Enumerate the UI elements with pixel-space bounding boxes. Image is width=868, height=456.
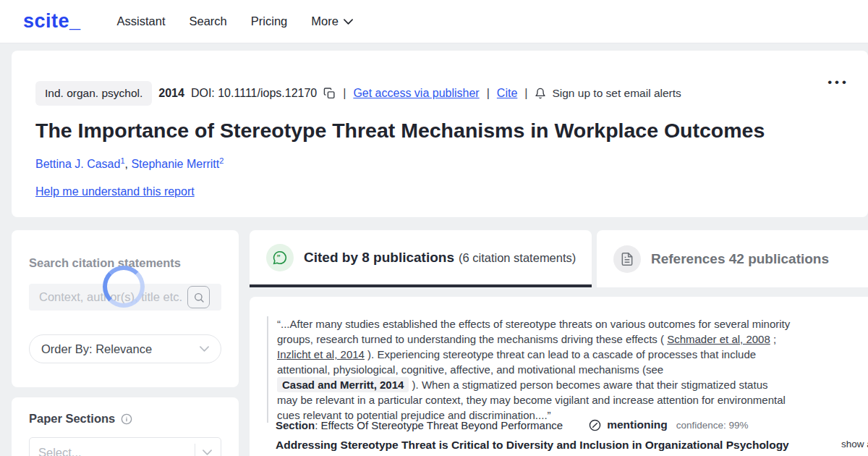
- separator: |: [342, 87, 346, 100]
- help-understand-link[interactable]: Help me understand this report: [35, 185, 195, 198]
- nav-item-search[interactable]: Search: [190, 14, 227, 28]
- scite-logo[interactable]: scite_: [23, 10, 81, 33]
- select-divider: [195, 444, 195, 456]
- bell-icon: [535, 87, 546, 100]
- section-row: Section : Effects Of Stereotype Threat B…: [276, 418, 749, 431]
- separator: |: [524, 87, 528, 100]
- author-list: Bettina J. Casad1, Stephanie Merritt2: [35, 156, 224, 171]
- journal-badge: Ind. organ. psychol.: [35, 81, 152, 106]
- nav-item-assistant[interactable]: Assistant: [117, 14, 166, 28]
- doi-text: DOI: 10.1111/iops.12170: [191, 87, 317, 100]
- tab-references[interactable]: References 42 publications: [597, 230, 868, 287]
- chevron-down-icon: [344, 19, 353, 25]
- search-citation-heading: Search citation statements: [29, 256, 181, 270]
- tab-references-label: References 42 publications: [651, 251, 829, 267]
- cite-link[interactable]: Cite: [497, 87, 517, 100]
- chevron-down-icon: [200, 346, 209, 352]
- separator: |: [486, 87, 490, 100]
- author-affiliation-sup: 2: [219, 156, 224, 165]
- mentioning-icon: [589, 419, 601, 431]
- email-alerts-link[interactable]: Sign up to set email alerts: [535, 87, 681, 100]
- info-icon[interactable]: [121, 413, 132, 425]
- nav-menu: Assistant Search Pricing More: [117, 14, 353, 28]
- nav-item-pricing[interactable]: Pricing: [251, 14, 287, 28]
- svg-text:”: ”: [276, 253, 280, 261]
- paper-title: The Importance of Stereotype Threat Mech…: [35, 119, 838, 143]
- tab-cited-by[interactable]: ” Cited by 8 publications(6 citation sta…: [250, 230, 592, 287]
- paper-header-card: Ind. organ. psychol. 2014 DOI: 10.1111/i…: [12, 51, 868, 217]
- paper-sections-panel: Paper Sections Select...: [12, 397, 239, 456]
- reference-link[interactable]: Inzlicht et al, 2014: [277, 348, 365, 360]
- loading-spinner: [103, 266, 145, 308]
- search-icon: [193, 292, 205, 303]
- reference-link[interactable]: Schmader et al, 2008: [667, 333, 770, 345]
- show-all-link[interactable]: show all: [841, 439, 868, 449]
- citing-paper-title[interactable]: Addressing Stereotype Threat is Critical…: [276, 439, 789, 452]
- get-access-link[interactable]: Get access via publisher: [353, 87, 479, 100]
- search-submit-button[interactable]: [187, 286, 210, 308]
- nav-item-more[interactable]: More: [311, 14, 353, 28]
- order-by-select[interactable]: Order By: Relevance: [29, 334, 221, 363]
- search-citation-panel: Search citation statements Order By: Rel…: [12, 230, 239, 387]
- copy-doi-icon[interactable]: [323, 87, 336, 100]
- author-link[interactable]: Bettina J. Casad1: [35, 158, 125, 170]
- author-link[interactable]: Stephanie Merritt2: [131, 158, 224, 170]
- top-navbar: scite_ Assistant Search Pricing More: [0, 0, 868, 43]
- chevron-down-icon: [203, 449, 212, 455]
- paper-sections-heading-row: Paper Sections: [29, 412, 132, 426]
- citation-quote: “...After many studies established the e…: [267, 316, 791, 423]
- paper-meta-row: Ind. organ. psychol. 2014 DOI: 10.1111/i…: [35, 81, 681, 106]
- classification-label: mentioning: [607, 418, 668, 431]
- paper-sections-heading: Paper Sections: [29, 412, 115, 426]
- paper-sections-select[interactable]: Select...: [29, 437, 221, 456]
- section-value: : Effects Of Stereotype Threat Beyond Pe…: [315, 419, 563, 431]
- section-label: Section: [276, 419, 315, 431]
- overflow-menu-icon[interactable]: •••: [827, 75, 849, 90]
- tab-cited-by-label: Cited by 8 publications(6 citation state…: [304, 250, 576, 266]
- document-icon: [613, 245, 641, 273]
- citation-statement-card: “...After many studies established the e…: [250, 297, 868, 456]
- citation-statement-icon: ”: [266, 244, 294, 271]
- confidence-text: confidence: 99%: [676, 420, 749, 431]
- self-citation-chip[interactable]: Casad and Merritt, 2014: [277, 377, 409, 392]
- publication-year: 2014: [158, 87, 184, 100]
- classification-badge: mentioning confidence: 99%: [589, 418, 748, 431]
